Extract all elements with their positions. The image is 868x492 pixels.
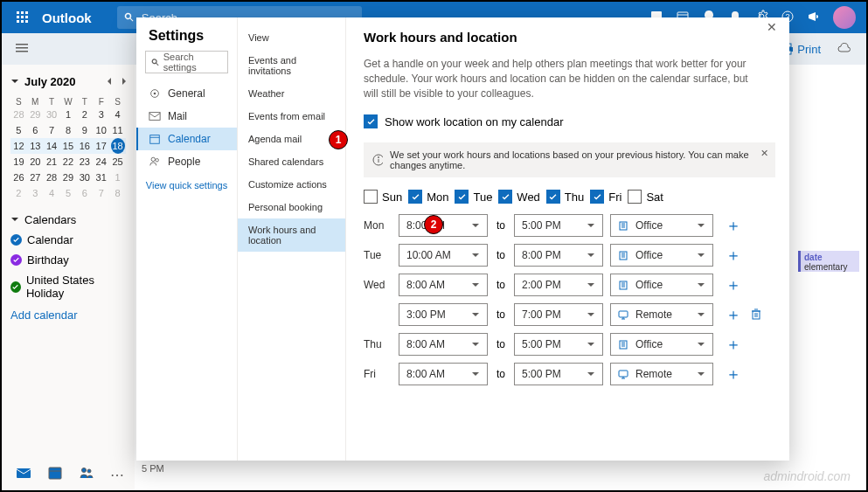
show-location-checkbox[interactable] [364,114,378,128]
close-button[interactable]: ✕ [760,17,784,41]
svg-point-33 [378,157,379,158]
settings-cat-people[interactable]: People [136,150,237,173]
svg-rect-14 [16,47,28,49]
prev-month-icon[interactable] [105,76,114,88]
more-icon[interactable]: ⋯ [110,467,124,483]
workdays-picker: SunMonTueWedThuFriSat [364,190,775,204]
settings-sub-view[interactable]: View [238,26,345,49]
calendar-module-icon[interactable] [47,465,63,484]
add-slot-button[interactable]: ＋ [726,364,741,385]
left-panel: July 2020 SMTWTFS 2829301234567891011121… [2,65,135,459]
add-slot-button[interactable]: ＋ [726,245,741,266]
day-checkbox-wed[interactable] [498,190,512,204]
end-time-select[interactable]: 5:00 PM [514,214,603,237]
add-slot-button[interactable]: ＋ [726,304,741,325]
location-select[interactable]: Office [610,214,713,237]
svg-rect-20 [49,468,61,479]
svg-rect-6 [17,20,19,23]
delete-slot-button[interactable] [750,308,762,322]
svg-point-23 [87,469,91,473]
add-slot-button[interactable]: ＋ [726,334,741,355]
calendar-color-dot [10,254,22,266]
settings-cat-calendar[interactable]: Calendar [136,128,237,150]
day-label: Tue [364,249,392,261]
settings-sub-weather[interactable]: Weather [238,82,345,105]
settings-sub-customize-actions[interactable]: Customize actions [238,173,345,196]
monitor-icon [618,369,628,379]
settings-sub-shared-calendars[interactable]: Shared calendars [238,150,345,173]
svg-rect-7 [21,20,24,23]
settings-cat-mail[interactable]: Mail [136,105,237,128]
end-time-select[interactable]: 2:00 PM [514,274,603,296]
svg-rect-0 [17,11,19,14]
calendar-item[interactable]: Calendar [10,233,126,246]
calendar-item[interactable]: Birthday [10,253,126,267]
location-select[interactable]: Office [610,244,713,267]
avatar[interactable] [833,6,856,29]
schedule-row: 3:00 PM to 7:00 PM Remote ＋ [364,303,775,326]
settings-sub-work-hours-and-location[interactable]: Work hours and location [238,218,345,252]
location-select[interactable]: Remote [610,303,713,326]
start-time-select[interactable]: 10:00 AM [399,244,488,267]
svg-rect-5 [25,16,28,18]
day-label: Mon [364,219,392,232]
day-checkbox-mon[interactable] [408,190,422,204]
pane-description: Get a handle on your week and help other… [364,57,748,100]
location-select[interactable]: Office [610,333,713,356]
end-time-select[interactable]: 5:00 PM [514,333,603,356]
start-time-select[interactable]: 8:00 AM [399,274,488,296]
mail-module-icon[interactable] [16,465,31,484]
start-time-select[interactable]: 3:00 PM [399,303,488,326]
time-label: 5 PM [142,463,164,474]
add-slot-button[interactable]: ＋ [726,215,741,236]
end-time-select[interactable]: 7:00 PM [514,303,603,326]
svg-rect-2 [25,11,28,14]
info-banner: We set your work hours and locations bas… [364,142,775,177]
settings-title: Settings [136,28,237,51]
megaphone-icon[interactable] [807,10,821,26]
start-time-select[interactable]: 8:00 AM [399,214,488,237]
end-time-select[interactable]: 5:00 PM [514,363,603,385]
schedule-row: Thu 8:00 AM to 5:00 PM Office ＋ [364,333,775,356]
location-select[interactable]: Office [610,274,713,296]
day-checkbox-fri[interactable] [590,190,604,204]
building-icon [618,220,628,231]
mini-calendar[interactable]: SMTWTFS 28293012345678910111213141516171… [10,97,126,201]
svg-point-25 [154,93,156,95]
day-checkbox-sat[interactable] [628,190,642,204]
settings-category-column: Settings Search settings General Mail Ca… [136,17,238,461]
next-month-icon[interactable] [117,76,126,88]
day-checkbox-thu[interactable] [546,190,560,204]
calendar-item[interactable]: United States Holiday [10,274,126,300]
month-label: July 2020 [24,75,76,88]
chevron-down-icon[interactable] [10,213,19,226]
start-time-select[interactable]: 8:00 AM [399,333,488,356]
building-icon [618,280,628,290]
chevron-down-icon[interactable] [10,76,19,88]
bottom-module-bar: ⋯ [2,459,135,490]
settings-search[interactable]: Search settings [145,51,228,73]
event-preview[interactable]: date elementary [798,251,859,272]
svg-point-30 [156,159,159,163]
settings-cat-general[interactable]: General [136,82,237,105]
add-slot-button[interactable]: ＋ [726,274,741,295]
settings-sub-personal-booking[interactable]: Personal booking [238,196,345,218]
people-module-icon[interactable] [79,465,94,484]
day-checkbox-tue[interactable] [455,190,469,204]
banner-close-icon[interactable]: ✕ [760,148,768,159]
settings-dialog: Settings Search settings General Mail Ca… [136,17,789,461]
end-time-select[interactable]: 8:00 PM [514,244,603,267]
add-calendar-link[interactable]: Add calendar [10,308,126,322]
day-checkbox-sun[interactable] [364,190,378,204]
settings-sub-events-and-invitations[interactable]: Events and invitations [238,49,345,82]
svg-rect-58 [619,371,628,377]
waffle-icon[interactable] [9,11,37,24]
view-quick-settings-link[interactable]: View quick settings [136,173,237,191]
building-icon [618,339,628,350]
hamburger-icon[interactable] [16,42,28,57]
settings-sub-events-from-email[interactable]: Events from email [238,105,345,128]
location-select[interactable]: Remote [610,363,713,385]
calendars-header: Calendars [24,213,76,226]
annotation-2: 2 [424,215,443,234]
start-time-select[interactable]: 8:00 AM [399,363,488,385]
